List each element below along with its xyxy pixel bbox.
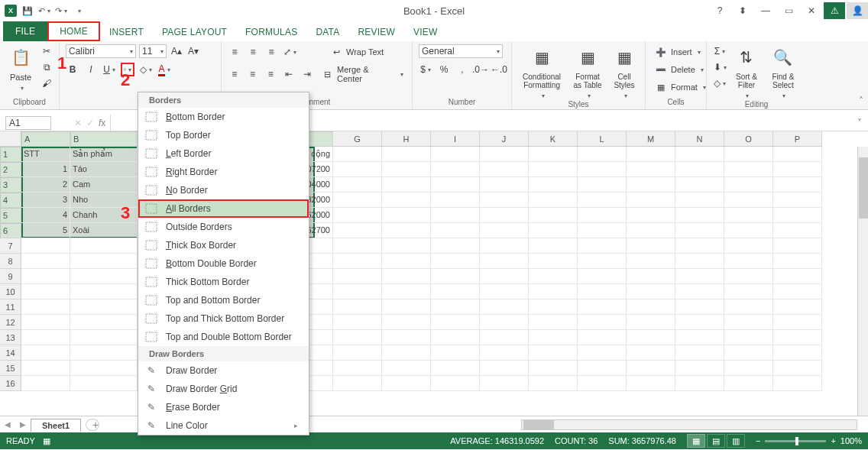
- format-painter-icon[interactable]: 🖌: [40, 76, 53, 90]
- cell[interactable]: [529, 376, 578, 391]
- cell[interactable]: [724, 223, 773, 238]
- cell[interactable]: [773, 345, 822, 361]
- maximize-icon[interactable]: ▭: [778, 2, 799, 19]
- cell[interactable]: [431, 223, 480, 238]
- cell[interactable]: [773, 223, 822, 238]
- cell[interactable]: [70, 238, 138, 254]
- cell[interactable]: [21, 361, 70, 376]
- cell[interactable]: [529, 330, 578, 345]
- merge-center-button[interactable]: ⊟Merge & Center▾: [318, 64, 406, 84]
- cell[interactable]: [529, 254, 578, 269]
- cell[interactable]: [675, 330, 724, 345]
- menu-item-bottom-border[interactable]: Bottom Border: [138, 108, 309, 126]
- row-header[interactable]: 5: [0, 208, 21, 223]
- cell[interactable]: [627, 269, 675, 284]
- tab-view[interactable]: VIEW: [404, 23, 446, 41]
- column-header[interactable]: A: [21, 131, 70, 147]
- autosum-icon[interactable]: Σ▾: [713, 44, 727, 58]
- cell[interactable]: [724, 162, 773, 177]
- menu-item-top-and-thick-bottom-border[interactable]: Top and Thick Bottom Border: [138, 309, 309, 328]
- cell[interactable]: [529, 223, 578, 238]
- alert-icon[interactable]: ⚠: [824, 2, 845, 19]
- zoom-out-button[interactable]: −: [756, 436, 760, 445]
- cell[interactable]: [773, 269, 822, 284]
- tab-formulas[interactable]: FORMULAS: [236, 23, 306, 41]
- cell[interactable]: [578, 147, 627, 162]
- cell[interactable]: [21, 254, 70, 269]
- cell[interactable]: 2: [21, 177, 70, 193]
- cell[interactable]: [333, 330, 382, 345]
- ribbon-options-icon[interactable]: ⬍: [732, 2, 753, 19]
- cell[interactable]: [529, 345, 578, 361]
- cell[interactable]: [480, 208, 529, 223]
- cell[interactable]: [724, 147, 773, 162]
- cell-styles-button[interactable]: ▦Cell Styles▾: [610, 44, 639, 100]
- cell[interactable]: 1: [21, 162, 70, 177]
- decrease-decimal-icon[interactable]: ←.0: [492, 63, 506, 76]
- cell[interactable]: [382, 299, 431, 315]
- cell[interactable]: [578, 269, 627, 284]
- cell[interactable]: [724, 208, 773, 223]
- cell[interactable]: [21, 238, 70, 254]
- cell[interactable]: [382, 376, 431, 391]
- menu-item-erase-border[interactable]: ✎Erase Border: [138, 398, 309, 416]
- cell[interactable]: [333, 223, 382, 238]
- column-header[interactable]: B: [70, 131, 138, 147]
- menu-item-top-border[interactable]: Top Border: [138, 126, 309, 144]
- cell[interactable]: [382, 223, 431, 238]
- cell[interactable]: [578, 177, 627, 193]
- cell[interactable]: [333, 147, 382, 162]
- row-header[interactable]: 2: [0, 162, 21, 177]
- column-header[interactable]: N: [675, 131, 724, 147]
- cell[interactable]: [333, 238, 382, 254]
- cut-icon[interactable]: ✂: [40, 44, 53, 58]
- cell[interactable]: [529, 208, 578, 223]
- format-as-table-button[interactable]: ▦Format as Table▾: [570, 44, 605, 100]
- cell[interactable]: [70, 254, 138, 269]
- paste-button[interactable]: 📋 Paste ▾: [6, 44, 35, 92]
- tab-page-layout[interactable]: PAGE LAYOUT: [153, 23, 236, 41]
- sort-filter-button[interactable]: ⇅Sort & Filter▾: [731, 44, 762, 100]
- cell[interactable]: [70, 299, 138, 315]
- cell[interactable]: [70, 269, 138, 284]
- cell[interactable]: [333, 193, 382, 208]
- cell[interactable]: [675, 376, 724, 391]
- cell[interactable]: [382, 284, 431, 299]
- increase-decimal-icon[interactable]: .0→: [474, 63, 487, 76]
- cell[interactable]: [627, 330, 675, 345]
- fill-icon[interactable]: ⬇▾: [713, 60, 727, 74]
- cell[interactable]: [627, 147, 675, 162]
- cell[interactable]: [529, 147, 578, 162]
- indent-increase-icon[interactable]: ⇥: [300, 67, 314, 81]
- cell[interactable]: [480, 361, 529, 376]
- cell[interactable]: [529, 162, 578, 177]
- cell[interactable]: [724, 299, 773, 315]
- cell[interactable]: [480, 193, 529, 208]
- account-icon[interactable]: 👤: [847, 2, 868, 19]
- row-header[interactable]: 11: [0, 299, 21, 315]
- cell[interactable]: [578, 223, 627, 238]
- menu-item-draw-border[interactable]: ✎Draw Border: [138, 361, 309, 380]
- vertical-scrollbar[interactable]: [857, 147, 868, 416]
- cell[interactable]: [382, 208, 431, 223]
- row-header[interactable]: 6: [0, 223, 21, 238]
- font-size-select[interactable]: 11▾: [139, 44, 167, 58]
- enter-formula-icon[interactable]: ✓: [86, 118, 94, 128]
- column-header[interactable]: I: [431, 131, 480, 147]
- cell[interactable]: [480, 269, 529, 284]
- decrease-font-icon[interactable]: A▾: [186, 44, 200, 58]
- delete-cells-button[interactable]: ➖Delete▾: [652, 62, 708, 77]
- font-color-button[interactable]: A▾: [157, 63, 171, 76]
- cell[interactable]: [70, 361, 138, 376]
- cell[interactable]: [578, 193, 627, 208]
- cell[interactable]: [480, 299, 529, 315]
- indent-decrease-icon[interactable]: ⇤: [282, 67, 296, 81]
- comma-icon[interactable]: ,: [455, 63, 469, 76]
- row-header[interactable]: 1: [0, 147, 21, 162]
- find-select-button[interactable]: 🔍Find & Select▾: [766, 44, 800, 100]
- cell[interactable]: [578, 162, 627, 177]
- cell[interactable]: [333, 315, 382, 330]
- new-sheet-button[interactable]: +: [86, 419, 99, 431]
- menu-item-right-border[interactable]: Right Border: [138, 163, 309, 181]
- zoom-slider[interactable]: [765, 440, 826, 442]
